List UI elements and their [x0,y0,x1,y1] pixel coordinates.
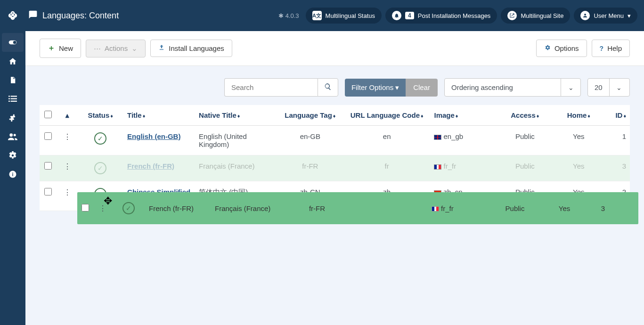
actions-button[interactable]: ⋯ Actions ⌄ [86,40,146,57]
joomla-logo-icon[interactable] [0,0,25,31]
row-title-link[interactable]: French (fr-FR) [149,204,194,212]
plus-icon: ＋ [48,43,55,53]
row-checkbox[interactable] [82,204,89,211]
col-urlcode[interactable]: URL Language Code♦ [343,105,431,126]
install-languages-button[interactable]: Install Languages [150,40,232,57]
kebab-icon[interactable]: ⋮ [64,133,71,141]
row-checkbox[interactable] [44,132,52,140]
row-id: 3 [601,204,605,212]
svg-text:i: i [12,171,14,177]
status-published-icon[interactable]: ✓ [94,162,106,174]
table-row: ⋮✓French (fr-FR)Français (France)fr-FRfr… [40,155,630,181]
svg-rect-7 [11,101,17,102]
kebab-icon[interactable]: ⋮ [64,188,71,196]
flag-icon [434,164,441,170]
gear-icon [544,44,551,52]
search-input[interactable] [224,78,318,97]
multilingual-site-button[interactable]: Multilingual Site [501,8,570,24]
user-icon [580,11,590,20]
sort-order-icon[interactable]: ▴ [65,111,69,119]
bell-icon [392,11,401,20]
sidebar-content[interactable] [0,71,25,89]
notification-count: 4 [405,12,414,19]
toolbar: ＋ New ⋯ Actions ⌄ Install Languages Opti… [25,31,644,66]
ellipsis-icon: ⋯ [94,44,101,53]
col-id[interactable]: ID♦ [604,105,630,126]
col-native[interactable]: Native Title♦ [195,105,277,126]
row-home: Yes [573,162,584,170]
help-button[interactable]: ? Help [592,40,630,57]
search-icon [324,83,332,92]
row-title-link[interactable]: French (fr-FR) [127,162,174,170]
version: ✱ 4.0.3 [278,12,299,19]
row-home: Yes [559,204,570,212]
select-all-checkbox[interactable] [44,111,52,118]
row-image: fr_fr [443,162,456,170]
multilingual-status-button[interactable]: A文 Multilingual Status [306,8,382,24]
filter-row: Filter Options ▾ Clear Ordering ascendin… [40,78,630,97]
row-checkbox[interactable] [44,188,52,195]
ordering-select[interactable]: Ordering ascending ⌄ [444,78,581,97]
col-home[interactable]: Home♦ [553,105,604,126]
chevron-down-icon: ⌄ [561,79,580,96]
svg-rect-3 [11,96,17,97]
svg-rect-2 [8,96,10,97]
svg-point-9 [14,134,16,136]
user-menu-button[interactable]: User Menu ▾ [574,8,637,24]
row-tag: fr-FR [302,162,318,170]
external-icon [507,11,517,20]
svg-rect-6 [8,101,10,102]
content: ＋ New ⋯ Actions ⌄ Install Languages Opti… [25,31,644,325]
status-published-icon[interactable]: ✓ [122,202,135,214]
row-url: fr [385,162,389,170]
row-home: Yes [573,132,584,140]
limit-select[interactable]: 20 ⌄ [587,78,630,97]
joomla-small-icon: ✱ [278,12,284,19]
row-access: Public [515,132,535,140]
row-access: Public [505,204,525,212]
col-langtag[interactable]: Language Tag♦ [277,105,343,126]
row-native: English (United Kingdom) [199,132,247,148]
chevron-down-icon: ⌄ [609,79,629,96]
svg-rect-4 [8,98,10,99]
row-native: Français (France) [215,204,270,212]
status-published-icon[interactable]: ✓ [94,132,106,145]
row-access: Public [515,162,535,170]
col-access[interactable]: Access♦ [497,105,553,126]
new-button[interactable]: ＋ New [40,39,81,58]
row-id: 1 [622,132,626,140]
row-image: en_gb [443,132,463,140]
clear-button[interactable]: Clear [406,79,438,97]
sidebar-users[interactable] [0,127,25,146]
row-title-link[interactable]: English (en-GB) [127,132,180,140]
row-image: fr_fr [441,204,454,212]
options-button[interactable]: Options [536,40,587,57]
col-status[interactable]: Status♦ [77,105,123,126]
sidebar-components[interactable] [0,108,25,127]
upload-icon [158,44,165,52]
comment-icon [28,10,38,22]
row-url: en [383,132,391,140]
question-icon: ? [600,45,604,52]
kebab-icon[interactable]: ⋮ [64,162,71,171]
sidebar-system[interactable] [0,146,25,165]
chevron-down-icon: ⌄ [131,44,138,53]
flag-icon [432,206,439,211]
search-button[interactable] [318,78,338,97]
topbar: Languages: Content ✱ 4.0.3 A文 Multilingu… [0,0,644,31]
col-image[interactable]: Image♦ [430,105,497,126]
sidebar-help[interactable]: i [0,165,25,184]
svg-rect-5 [11,98,17,99]
sidebar-home[interactable] [0,52,25,71]
post-install-messages-button[interactable]: 4 Post Installation Messages [385,8,497,24]
row-id: 3 [622,162,626,170]
flag-icon [434,135,441,140]
row-checkbox[interactable] [44,162,52,170]
col-title[interactable]: Title♦ [123,105,195,126]
sidebar-toggle[interactable] [2,33,24,52]
row-tag: en-GB [300,132,320,140]
drag-row[interactable]: ⋮ ✓ French (fr-FR) Français (France) fr-… [77,192,638,224]
filter-options-button[interactable]: Filter Options ▾ [345,79,406,97]
sidebar-menus[interactable] [0,89,25,108]
svg-point-8 [9,133,13,137]
